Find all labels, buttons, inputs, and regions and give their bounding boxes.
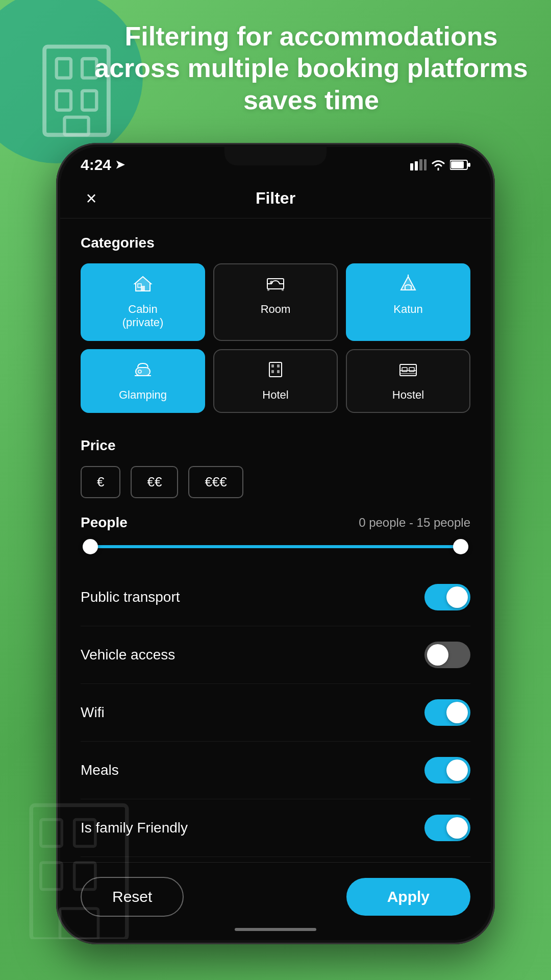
- public-transport-label: Public transport: [81, 589, 180, 605]
- meals-knob: [446, 760, 468, 781]
- home-indicator[interactable]: [235, 928, 316, 931]
- svg-rect-20: [136, 368, 150, 376]
- hotel-icon: [265, 360, 286, 383]
- price-luxury-button[interactable]: €€€: [188, 466, 243, 498]
- slider-fill: [83, 545, 468, 548]
- wifi-label: Wifi: [81, 704, 105, 721]
- svg-rect-5: [64, 117, 88, 135]
- slider-thumb-right[interactable]: [453, 539, 468, 554]
- status-icons: [410, 159, 470, 170]
- svg-rect-8: [419, 159, 422, 170]
- svg-rect-36: [41, 863, 62, 890]
- categories-label: Categories: [81, 235, 470, 251]
- svg-rect-7: [415, 161, 418, 170]
- people-section: People 0 people - 15 people: [60, 498, 491, 548]
- notch: [224, 147, 327, 165]
- meals-toggle[interactable]: [424, 757, 470, 783]
- svg-rect-34: [41, 820, 62, 847]
- toggle-row-vehicle-access: Vehicle access: [81, 626, 470, 684]
- cabin-icon: [133, 275, 153, 298]
- filter-header: × Filter: [60, 179, 491, 218]
- svg-rect-38: [60, 909, 98, 939]
- vehicle-access-label: Vehicle access: [81, 647, 175, 663]
- category-cabin[interactable]: Cabin(private): [81, 263, 205, 341]
- slider-thumb-left[interactable]: [83, 539, 98, 554]
- people-slider[interactable]: [81, 545, 470, 548]
- people-header: People 0 people - 15 people: [81, 514, 470, 531]
- svg-rect-37: [74, 863, 95, 890]
- svg-rect-27: [277, 370, 280, 373]
- svg-rect-28: [400, 364, 416, 376]
- svg-rect-30: [409, 368, 414, 372]
- hostel-label: Hostel: [392, 388, 424, 402]
- svg-rect-12: [451, 161, 464, 168]
- people-label: People: [81, 514, 128, 531]
- svg-rect-26: [271, 370, 274, 373]
- glamping-label: Glamping: [119, 388, 167, 402]
- svg-rect-23: [269, 362, 282, 377]
- public-transport-knob: [446, 586, 468, 608]
- filter-title: Filter: [256, 189, 295, 208]
- svg-rect-11: [468, 163, 470, 167]
- toggle-row-wifi: Wifi: [81, 684, 470, 742]
- category-glamping[interactable]: Glamping: [81, 349, 205, 413]
- signal-icon: [410, 159, 427, 170]
- status-time: 4:24: [81, 156, 111, 174]
- hero-text: Filtering for accommodations across mult…: [92, 20, 531, 116]
- svg-point-16: [270, 281, 273, 284]
- price-buttons: € €€ €€€: [81, 466, 470, 498]
- apply-button[interactable]: Apply: [346, 878, 470, 916]
- wifi-knob: [446, 702, 468, 723]
- svg-rect-25: [277, 364, 280, 368]
- family-friendly-knob: [446, 817, 468, 839]
- katun-icon: [398, 275, 418, 298]
- price-section: Price € €€ €€€: [60, 421, 491, 498]
- vehicle-access-toggle[interactable]: [424, 642, 470, 668]
- location-icon: ➤: [115, 158, 124, 172]
- hostel-icon: [398, 360, 418, 383]
- cabin-label: Cabin(private): [122, 303, 164, 330]
- svg-rect-33: [31, 805, 127, 940]
- category-room[interactable]: Room: [213, 263, 338, 341]
- svg-rect-35: [74, 820, 95, 847]
- vehicle-access-knob: [427, 644, 448, 666]
- svg-rect-1: [57, 59, 71, 78]
- svg-rect-29: [402, 368, 407, 372]
- people-range: 0 people - 15 people: [359, 516, 470, 530]
- price-label: Price: [81, 437, 470, 454]
- category-katun[interactable]: Katun: [346, 263, 470, 341]
- glamping-icon: [133, 360, 153, 383]
- hotel-label: Hotel: [262, 388, 288, 402]
- bg-building-bottom-icon: [15, 786, 143, 939]
- close-button[interactable]: ×: [79, 186, 104, 211]
- category-hotel[interactable]: Hotel: [213, 349, 338, 413]
- svg-rect-6: [410, 163, 413, 170]
- price-budget-button[interactable]: €: [81, 466, 120, 498]
- wifi-icon: [431, 159, 446, 170]
- slider-track: [83, 545, 468, 548]
- public-transport-toggle[interactable]: [424, 584, 470, 610]
- meals-label: Meals: [81, 762, 119, 778]
- room-label: Room: [261, 303, 291, 316]
- family-friendly-toggle[interactable]: [424, 815, 470, 841]
- toggle-row-public-transport: Public transport: [81, 569, 470, 626]
- svg-rect-3: [57, 91, 71, 110]
- battery-icon: [450, 159, 470, 170]
- category-grid: Cabin(private): [81, 263, 470, 413]
- svg-rect-24: [271, 364, 274, 368]
- wifi-toggle[interactable]: [424, 699, 470, 726]
- price-mid-button[interactable]: €€: [131, 466, 178, 498]
- room-icon: [265, 275, 286, 298]
- svg-rect-17: [267, 289, 269, 291]
- svg-rect-18: [282, 289, 284, 291]
- katun-label: Katun: [393, 303, 423, 316]
- categories-section: Categories Cabin(private): [60, 218, 491, 413]
- svg-rect-9: [424, 159, 427, 170]
- category-hostel[interactable]: Hostel: [346, 349, 470, 413]
